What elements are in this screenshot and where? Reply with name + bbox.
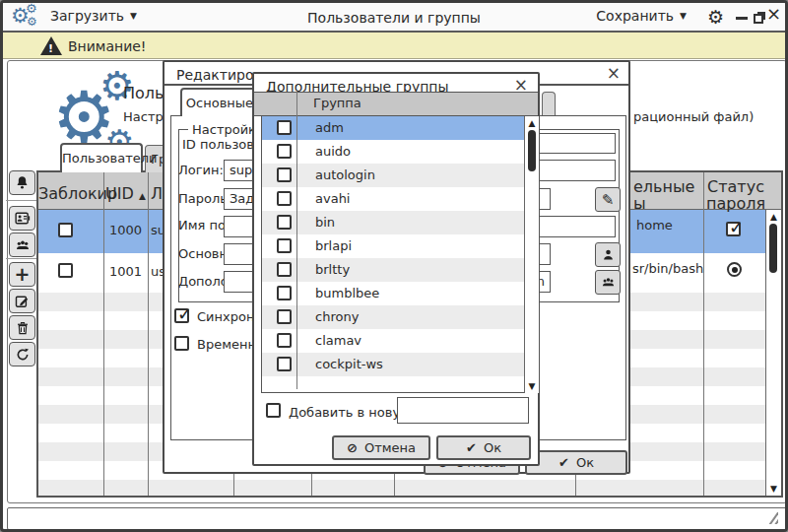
groups-cancel-button[interactable]: ⊘ Отмена — [332, 435, 430, 460]
row1-path: home — [636, 218, 673, 233]
edit-user-button[interactable] — [9, 289, 35, 313]
group-row[interactable]: cockpit-ws — [262, 353, 539, 376]
groups-ok-button[interactable]: ✔ Ок — [436, 435, 531, 460]
additional-groups-dialog: Дополнительные группы × Группа adm auido… — [252, 72, 540, 466]
title-bar: ⚙ ⚙ ⚙ Загрузить▼ Пользователи и группы С… — [3, 3, 785, 33]
pick-groups-button[interactable] — [595, 270, 621, 295]
col-header-uid[interactable]: UID ▲ — [103, 184, 148, 203]
scrollbar-thumb[interactable] — [769, 224, 777, 273]
group-name: adm — [315, 120, 344, 135]
group-row[interactable]: chrony — [262, 305, 539, 329]
group-row[interactable]: clamav — [262, 329, 539, 353]
group-checkbox[interactable] — [277, 309, 292, 324]
group-checkbox[interactable] — [277, 262, 292, 277]
scrollbar-thumb[interactable] — [528, 130, 536, 171]
warning-icon: ! — [40, 36, 62, 55]
group-row[interactable]: autologin — [262, 164, 539, 187]
group-name: brlapi — [315, 238, 352, 253]
table-scrollbar[interactable]: ▲ ▼ — [765, 210, 781, 496]
users-icon — [14, 237, 32, 253]
sync-checkbox[interactable] — [174, 308, 189, 323]
add-new-group-checkbox[interactable] — [266, 403, 281, 418]
row1-blocked-checkbox[interactable] — [58, 223, 73, 237]
col-header-extra-line2[interactable]: ы — [633, 194, 692, 213]
close-icon[interactable]: × — [607, 65, 621, 81]
scroll-down-icon[interactable]: ▼ — [766, 484, 781, 494]
bell-icon — [14, 174, 31, 191]
group-checkbox[interactable] — [277, 238, 292, 253]
group-row-empty — [262, 376, 539, 393]
group-row-selected[interactable]: adm — [262, 116, 539, 140]
edit-password-button[interactable]: ✎ — [595, 187, 621, 212]
group-row[interactable]: avahi — [262, 187, 539, 211]
group-name: chrony — [315, 309, 359, 324]
row1-uid: 1000 — [103, 223, 148, 237]
column-divider — [103, 172, 104, 496]
scroll-up-icon[interactable]: ▲ — [766, 212, 781, 222]
group-name: auido — [315, 144, 351, 159]
user-groups-button[interactable] — [9, 233, 35, 257]
user-card-button[interactable] — [9, 206, 35, 231]
col-header-blocked[interactable]: Заблокир — [38, 184, 103, 203]
id-card-icon — [14, 210, 31, 227]
settings-gear-icon[interactable]: ⚙ — [707, 6, 724, 28]
tab-basic[interactable]: Основные — [180, 88, 259, 116]
trash-icon — [15, 320, 31, 336]
save-menu-label: Сохранить — [596, 8, 674, 24]
close-icon[interactable]: × — [514, 77, 528, 93]
group-checkbox[interactable] — [277, 333, 292, 348]
row2-password-status-radio[interactable] — [727, 262, 742, 277]
group-checkbox[interactable] — [277, 215, 292, 230]
scroll-down-icon[interactable]: ▼ — [525, 381, 539, 391]
warning-bar: ! Внимание! — [3, 33, 785, 59]
maximize-button[interactable] — [754, 14, 763, 24]
pick-user-button[interactable] — [595, 242, 621, 267]
load-menu-button[interactable]: Загрузить▼ — [50, 8, 137, 24]
chevron-down-icon: ▼ — [130, 11, 137, 21]
row2-uid: 1001 — [103, 264, 148, 279]
edit-icon — [14, 293, 31, 309]
resize-grip[interactable] — [764, 512, 778, 524]
delete-user-button[interactable] — [9, 315, 35, 340]
group-row[interactable]: bin — [262, 211, 539, 234]
groups-scrollbar[interactable]: ▲ ▼ — [524, 116, 539, 393]
group-checkbox[interactable] — [277, 191, 292, 206]
scroll-up-icon[interactable]: ▲ — [525, 118, 539, 128]
gear-icon: ⚙ — [27, 16, 37, 28]
group-checkbox[interactable] — [277, 286, 292, 300]
close-window-button[interactable]: × — [766, 5, 781, 23]
add-user-button[interactable]: + — [9, 262, 35, 287]
group-name: cockpit-ws — [315, 357, 383, 371]
group-name: autologin — [315, 167, 375, 182]
group-name: avahi — [315, 191, 350, 206]
status-bar — [7, 507, 787, 530]
group-row[interactable]: bumblbee — [262, 282, 539, 305]
notifications-button[interactable] — [9, 170, 35, 195]
group-checkbox[interactable] — [277, 144, 292, 159]
sidebar-separator — [6, 200, 37, 201]
row2-blocked-checkbox[interactable] — [58, 263, 73, 278]
group-name: bin — [315, 215, 335, 230]
tab-users[interactable]: Пользователи — [60, 143, 143, 172]
warning-exclamation: ! — [48, 42, 53, 55]
group-column-header: Группа — [313, 96, 361, 110]
group-row[interactable]: brlapi — [262, 234, 539, 258]
column-divider — [703, 172, 704, 496]
col-header-status-line2[interactable]: пароля — [703, 194, 768, 213]
new-group-field[interactable] — [397, 397, 529, 424]
row1-password-status-checkbox[interactable] — [726, 222, 741, 236]
groups-ok-label: Ок — [484, 440, 501, 455]
row2-path: sr/bin/bash — [632, 261, 703, 276]
edit-ok-button[interactable]: ✔ Ок — [525, 450, 627, 475]
save-menu-button[interactable]: Сохранить▼ — [596, 8, 687, 24]
app-window: ⚙ ⚙ ⚙ Загрузить▼ Пользователи и группы С… — [0, 0, 788, 532]
tab-hidden[interactable] — [542, 92, 556, 116]
refresh-button[interactable] — [9, 342, 35, 366]
group-checkbox[interactable] — [277, 120, 292, 135]
group-checkbox[interactable] — [277, 357, 292, 371]
group-row[interactable]: brltty — [262, 258, 539, 282]
group-checkbox[interactable] — [277, 167, 292, 182]
temporary-checkbox[interactable] — [174, 336, 189, 351]
minimize-button[interactable] — [736, 17, 748, 20]
group-row[interactable]: auido — [262, 140, 539, 164]
